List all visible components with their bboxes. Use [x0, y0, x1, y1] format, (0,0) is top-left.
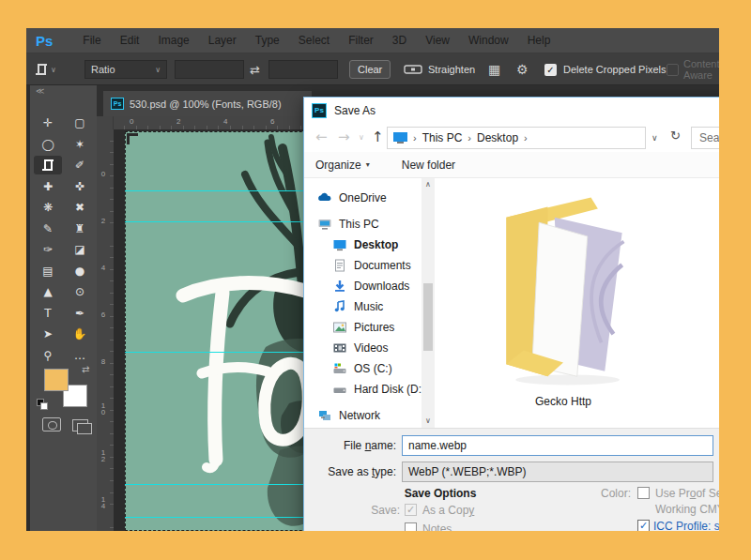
lasso-tool[interactable]: ◯ — [34, 135, 62, 154]
crop-width-input[interactable] — [175, 60, 244, 79]
patch-tool[interactable]: ✜ — [66, 177, 94, 196]
pencil-tool[interactable]: ✎ — [34, 219, 62, 238]
swap-dimensions-button[interactable]: ⇄ — [250, 53, 260, 85]
sidebar-item-downloads[interactable]: Downloads — [304, 276, 421, 296]
scrollbar-thumb[interactable] — [423, 283, 433, 351]
menu-help[interactable]: Help — [518, 34, 560, 47]
crop-height-input[interactable] — [268, 60, 338, 79]
crop-settings-button[interactable]: ⚙ — [516, 53, 529, 85]
forward-button[interactable]: → — [338, 129, 350, 145]
dialog-title-bar[interactable]: Ps Save As — [304, 98, 728, 124]
sidebar-scrollbar[interactable]: ∧ ∨ — [421, 178, 435, 428]
file-name-input[interactable] — [402, 435, 713, 456]
eraser-tool[interactable]: ◪ — [66, 240, 94, 259]
blur-tool[interactable]: ● — [66, 262, 94, 280]
swap-arrows-icon: ⇄ — [250, 63, 260, 77]
menu-filter[interactable]: Filter — [339, 34, 383, 47]
history-chevron-icon[interactable]: ∨ — [359, 133, 364, 142]
crop-tool-preset-button[interactable]: ∨ — [36, 53, 56, 85]
desktop-location-icon — [393, 132, 407, 144]
collapse-panel-icon[interactable]: ≪ — [36, 86, 44, 96]
clear-button[interactable]: Clear — [349, 60, 391, 79]
folder-item[interactable]: Gecko Http — [474, 191, 652, 422]
menu-select[interactable]: Select — [289, 34, 339, 47]
new-folder-button[interactable]: New folder — [402, 159, 455, 172]
menu-edit[interactable]: Edit — [111, 34, 149, 47]
breadcrumb[interactable]: ›This PC›Desktop› — [387, 127, 646, 149]
use-proof-setup-checkbox[interactable] — [637, 487, 650, 499]
default-colors-icon[interactable] — [37, 399, 49, 411]
documents-icon — [332, 258, 347, 273]
history-brush-tool[interactable]: ✑ — [34, 240, 62, 259]
sidebar-item-os-c[interactable]: OS (C:) — [304, 358, 421, 379]
refresh-icon[interactable]: ↻ — [670, 129, 681, 143]
breadcrumb-segment-desktop[interactable]: Desktop — [477, 131, 518, 144]
ruler-mark: 0 — [97, 171, 110, 177]
sidebar-item-pictures[interactable]: Pictures — [304, 317, 421, 338]
dialog-title: Save As — [334, 104, 376, 117]
organize-button[interactable]: Organize ▾ — [315, 159, 370, 172]
sidebar-item-music[interactable]: Music — [304, 296, 421, 317]
overlay-options-button[interactable]: ▦ — [488, 53, 500, 85]
crop-tool[interactable] — [34, 156, 62, 174]
breadcrumb-chevron-icon[interactable]: ∨ — [651, 133, 658, 143]
foreground-color-swatch[interactable] — [44, 369, 69, 391]
sharpen-tool[interactable]: ▲ — [34, 282, 62, 301]
scroll-up-icon[interactable]: ∧ — [421, 178, 435, 191]
quick-mask-button[interactable] — [42, 417, 61, 431]
sidebar-item-videos[interactable]: Videos — [304, 338, 421, 358]
frame-left — [0, 0, 26, 560]
healing-tool[interactable]: ❋ — [34, 198, 62, 217]
menu-3d[interactable]: 3D — [383, 34, 416, 47]
menu-view[interactable]: View — [416, 34, 459, 47]
menu-window[interactable]: Window — [459, 34, 518, 47]
dodge-tool[interactable]: ⊙ — [66, 282, 94, 301]
spot-healing-tool[interactable]: ✚ — [34, 177, 62, 196]
type-tool[interactable]: T — [34, 304, 62, 323]
sidebar-item-network[interactable]: Network — [304, 405, 421, 426]
eyedropper-tool[interactable]: ✐ — [66, 156, 94, 174]
stamp-tool[interactable]: ♜ — [66, 219, 94, 238]
pen-tool[interactable]: ✒ — [66, 304, 94, 323]
photoshop-app-icon: Ps — [312, 103, 327, 118]
back-button[interactable]: ← — [315, 129, 328, 145]
pictures-icon — [332, 320, 347, 335]
screen-mode-button[interactable] — [72, 419, 88, 431]
content-aware-checkbox[interactable] — [667, 53, 679, 85]
move-tool[interactable]: ✛ — [34, 114, 62, 132]
save-as-type-select[interactable]: WebP (*.WEBP;*.WBP) — [402, 462, 713, 482]
menu-layer[interactable]: Layer — [199, 34, 246, 47]
sidebar-item-desktop[interactable]: Desktop — [304, 235, 421, 255]
ruler-mark: 2 — [97, 218, 110, 224]
menu-image[interactable]: Image — [148, 34, 198, 47]
as-a-copy-checkbox[interactable] — [405, 504, 417, 516]
dialog-command-bar: Organize ▾ New folder — [304, 152, 728, 178]
save-as-dialog: Ps Save As ← → ∨ ↑ ›This PC›Desktop› ∨ ↻… — [303, 97, 729, 537]
hand-tool[interactable]: ✋ — [66, 325, 94, 343]
sidebar-item-hard-disk-d[interactable]: Hard Disk (D:) — [304, 379, 421, 400]
zoom-tool[interactable]: ⚲ — [34, 346, 62, 365]
menu-file[interactable]: File — [73, 34, 110, 47]
sidebar-item-documents[interactable]: Documents — [304, 255, 421, 276]
ratio-select[interactable]: Ratio ∨ — [84, 60, 167, 79]
quick-selection-tool[interactable]: ✶ — [66, 135, 94, 154]
straighten-button[interactable] — [404, 53, 422, 85]
delete-cropped-pixels-checkbox[interactable]: ✓ — [544, 53, 557, 85]
up-button[interactable]: ↑ — [372, 129, 384, 145]
more-tools[interactable]: … — [66, 346, 94, 365]
sidebar-item-this-pc[interactable]: This PC — [304, 214, 421, 235]
sidebar-item-label: This PC — [339, 218, 379, 231]
marquee-tool[interactable]: ▢ — [66, 114, 94, 132]
sidebar-item-onedrive[interactable]: OneDrive — [304, 188, 421, 208]
breadcrumb-segment-this-pc[interactable]: This PC — [422, 131, 463, 144]
vertical-ruler: 0246810121416 — [97, 129, 114, 531]
swap-colors-icon[interactable]: ⇄ — [82, 364, 89, 374]
path-select-tool[interactable]: ➤ — [34, 325, 62, 343]
ruler-mark: 8 — [97, 358, 110, 365]
crop-corner-handle[interactable] — [127, 133, 138, 144]
menu-type[interactable]: Type — [246, 34, 289, 47]
scroll-down-icon[interactable]: ∨ — [421, 415, 435, 428]
document-tab[interactable]: Ps 530.psd @ 100% (Fonts, RGB/8) — [103, 91, 312, 116]
switch-tool[interactable]: ✖ — [66, 198, 94, 217]
gradient-tool[interactable]: ▤ — [34, 262, 62, 280]
